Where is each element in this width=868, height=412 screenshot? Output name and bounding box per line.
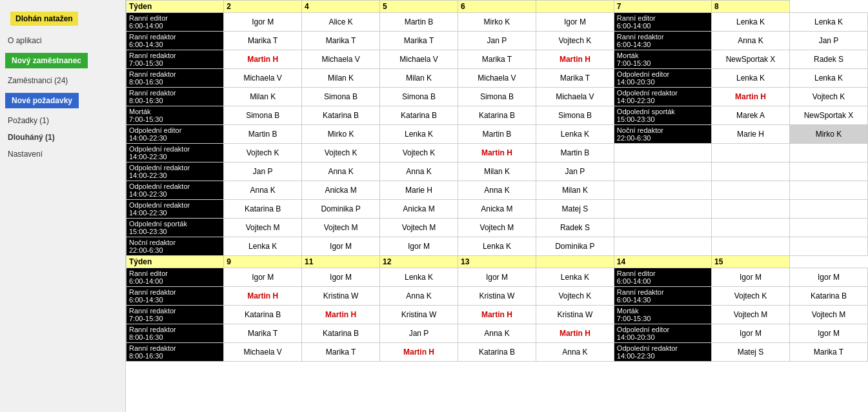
shift-label-7: Ranní editor 6:00-14:00 xyxy=(614,13,711,32)
data-cell xyxy=(712,162,790,181)
data-cell xyxy=(712,144,790,162)
data-cell: Martin B xyxy=(224,125,302,144)
week8-header: 8 xyxy=(712,1,790,13)
shift-label-7: Morták 7:00-15:30 xyxy=(614,306,711,324)
data-cell xyxy=(712,219,790,237)
data-cell: Mirko K xyxy=(789,125,867,144)
data-cell: Mirko K xyxy=(458,13,536,32)
data-cell: Igor M xyxy=(380,237,458,256)
shift-label-7: Ranní editor 6:00-14:00 xyxy=(614,268,711,287)
data-cell xyxy=(712,200,790,219)
data-cell: Katarina B xyxy=(458,106,536,125)
data-cell: Milan K xyxy=(458,162,536,181)
shift-row: Odpolední redaktor 14:00-22:30Jan PAnna … xyxy=(126,162,868,181)
sidebar-item-long-ones[interactable]: Dlouháný (1) xyxy=(0,129,125,146)
data-cell: Vojtech K xyxy=(380,144,458,162)
week8-header: 15 xyxy=(712,256,790,268)
shift-label: Odpolední redaktor 14:00-22:30 xyxy=(126,144,224,162)
data-cell: Katarina B xyxy=(224,200,302,219)
data-cell: Milan K xyxy=(302,69,380,88)
data-cell: Anicka M xyxy=(458,200,536,219)
data-cell: Michaela V xyxy=(224,343,302,362)
data-cell: Jan P xyxy=(224,162,302,181)
new-requests-button[interactable]: Nové požadavky xyxy=(5,93,79,108)
data-cell: Michaela V xyxy=(302,50,380,69)
data-cell: Martin H xyxy=(712,88,790,106)
data-cell: Kristina W xyxy=(458,287,536,306)
data-cell: Michaela V xyxy=(224,69,302,88)
data-cell: Jan P xyxy=(789,32,867,50)
sidebar-item-requests[interactable]: Požadky (1) xyxy=(0,112,125,129)
shift-label-7: Odpolední redaktor 14:00-22:30 xyxy=(614,88,711,106)
day-header: 6 xyxy=(458,1,536,13)
shift-label-7-empty xyxy=(614,144,711,162)
data-cell: Igor M xyxy=(302,237,380,256)
data-cell: Anna K xyxy=(380,287,458,306)
data-cell: Michaela V xyxy=(536,88,614,106)
data-cell: Igor M xyxy=(224,268,302,287)
day-header: 4 xyxy=(302,1,380,13)
data-cell: Marika T xyxy=(536,69,614,88)
sidebar-item-employees[interactable]: Zaměstnanci (24) xyxy=(0,72,125,89)
shift-row: Odpolední redaktor 14:00-22:30Katarina B… xyxy=(126,200,868,219)
data-cell: Anna K xyxy=(380,162,458,181)
shift-label: Ranní editor 6:00-14:00 xyxy=(126,268,224,287)
week-number: 2 xyxy=(224,1,302,13)
data-cell: Vojtech M xyxy=(712,306,790,324)
data-cell: Kristina W xyxy=(302,287,380,306)
data-cell: Anicka M xyxy=(380,200,458,219)
data-cell: Igor M xyxy=(789,268,867,287)
data-cell: Michaela V xyxy=(458,69,536,88)
data-cell: Lenka K xyxy=(712,13,790,32)
data-cell: Matej S xyxy=(712,343,790,362)
data-cell: Lenka K xyxy=(789,13,867,32)
shift-label: Odpolední redaktor 14:00-22:30 xyxy=(126,200,224,219)
data-cell: Martin H xyxy=(302,306,380,324)
data-cell: Katarina B xyxy=(458,343,536,362)
data-cell: Marika T xyxy=(458,50,536,69)
data-cell: Vojtech K xyxy=(302,144,380,162)
shift-row: Ranní redaktor 6:00-14:30Marika TMarika … xyxy=(126,32,868,50)
data-cell: Katarina B xyxy=(789,287,867,306)
shift-label-7: Ranní redaktor 6:00-14:30 xyxy=(614,287,711,306)
data-cell: Lenka K xyxy=(712,69,790,88)
data-cell: Simona B xyxy=(224,106,302,125)
data-cell: Martin H xyxy=(380,343,458,362)
day-header xyxy=(536,256,614,268)
sidebar-item-settings[interactable]: Nastavení xyxy=(0,146,125,162)
data-cell: Marika T xyxy=(224,32,302,50)
shift-label-7-empty xyxy=(614,162,711,181)
data-cell: Kristina W xyxy=(380,306,458,324)
sidebar-badge: Dlohán natažen xyxy=(10,12,78,26)
data-cell: Anicka M xyxy=(302,181,380,200)
shift-label: Ranní editor 6:00-14:00 xyxy=(126,13,224,32)
shift-label-7: Odpolední editor 14:00-20:30 xyxy=(614,324,711,343)
data-cell: Vojtech M xyxy=(224,219,302,237)
new-employee-button[interactable]: Nový zaměstnanec xyxy=(5,53,88,68)
data-cell: Simona B xyxy=(380,88,458,106)
sidebar-item-about[interactable]: O aplikaci xyxy=(0,32,125,49)
shift-label: Noční redaktor 22:00-6:30 xyxy=(126,237,224,256)
shift-label: Odpolední redaktor 14:00-22:30 xyxy=(126,162,224,181)
data-cell: Marika T xyxy=(302,32,380,50)
data-cell: Marika T xyxy=(302,343,380,362)
data-cell: Radek S xyxy=(789,50,867,69)
data-cell: Martin H xyxy=(458,144,536,162)
shift-row: Noční redaktor 22:00-6:30Lenka KIgor MIg… xyxy=(126,237,868,256)
data-cell: Jan P xyxy=(458,32,536,50)
data-cell: Dominika P xyxy=(536,237,614,256)
data-cell: Vojtech M xyxy=(789,306,867,324)
shift-row: Odpolední redaktor 14:00-22:30Vojtech KV… xyxy=(126,144,868,162)
shift-row: Morták 7:00-15:30Simona BKatarina BKatar… xyxy=(126,106,868,125)
day-header: 12 xyxy=(380,256,458,268)
data-cell: Igor M xyxy=(458,268,536,287)
main-content: Týden245678Ranní editor 6:00-14:00Igor M… xyxy=(126,0,868,412)
data-cell: Igor M xyxy=(224,13,302,32)
data-cell: Vojtech M xyxy=(458,219,536,237)
data-cell: Anna K xyxy=(458,181,536,200)
data-cell: Martin H xyxy=(458,306,536,324)
data-cell: Marika T xyxy=(224,324,302,343)
data-cell: Lenka K xyxy=(458,237,536,256)
data-cell: Mirko K xyxy=(302,125,380,144)
data-cell: Radek S xyxy=(536,219,614,237)
